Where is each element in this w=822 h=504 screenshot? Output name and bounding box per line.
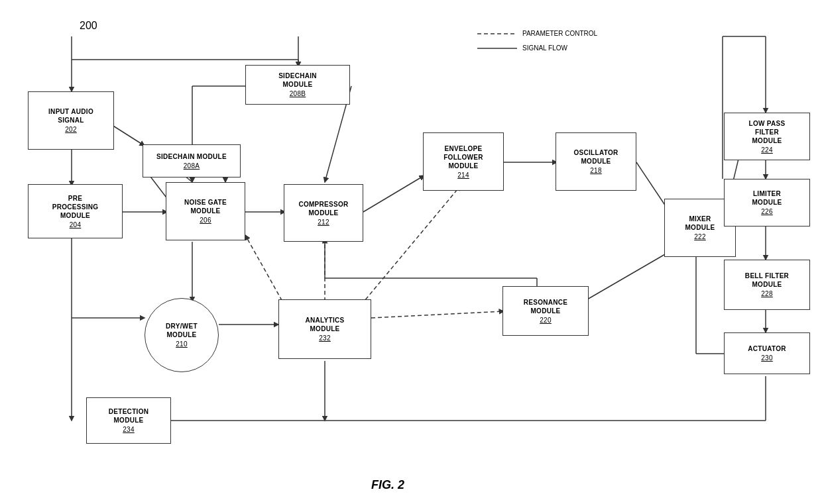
analytics-module: ANALYTICSMODULE 232	[278, 299, 371, 359]
figure-label: FIG. 2	[371, 478, 404, 492]
svg-line-31	[361, 185, 461, 305]
low-pass-filter-module: LOW PASSFILTERMODULE 224	[724, 113, 810, 160]
resonance-module: RESONANCEMODULE 220	[502, 286, 589, 336]
sidechain-208a-module: SIDECHAIN MODULE 208A	[143, 144, 241, 177]
diagram-number: 200	[80, 20, 97, 32]
drywet-module: DRY/WETMODULE 210	[145, 298, 219, 372]
limiter-module: LIMITERMODULE 226	[724, 179, 810, 227]
pre-processing-module: PREPROCESSINGMODULE 204	[28, 184, 123, 238]
svg-line-30	[371, 311, 504, 318]
detection-module: DETECTIONMODULE 234	[86, 397, 171, 444]
legend-param-label: PARAMETER CONTROL	[522, 28, 597, 40]
envelope-follower-module: ENVELOPEFOLLOWERMODULE 214	[423, 132, 504, 191]
noise-gate-module: NOISE GATEMODULE 206	[166, 182, 245, 240]
compressor-module: COMPRESSORMODULE 212	[284, 184, 363, 242]
legend: PARAMETER CONTROL SIGNAL FLOW	[477, 28, 597, 54]
sidechain-208b-module: SIDECHAINMODULE 208B	[245, 65, 350, 105]
actuator-module: ACTUATOR 230	[724, 332, 810, 374]
svg-line-13	[363, 176, 424, 212]
oscillator-module: OSCILLATORMODULE 218	[556, 132, 636, 191]
input-audio-signal-module: INPUT AUDIOSIGNAL 202	[28, 91, 114, 150]
legend-signal-label: SIGNAL FLOW	[522, 42, 567, 54]
bell-filter-module: BELL FILTERMODULE 228	[724, 260, 810, 310]
